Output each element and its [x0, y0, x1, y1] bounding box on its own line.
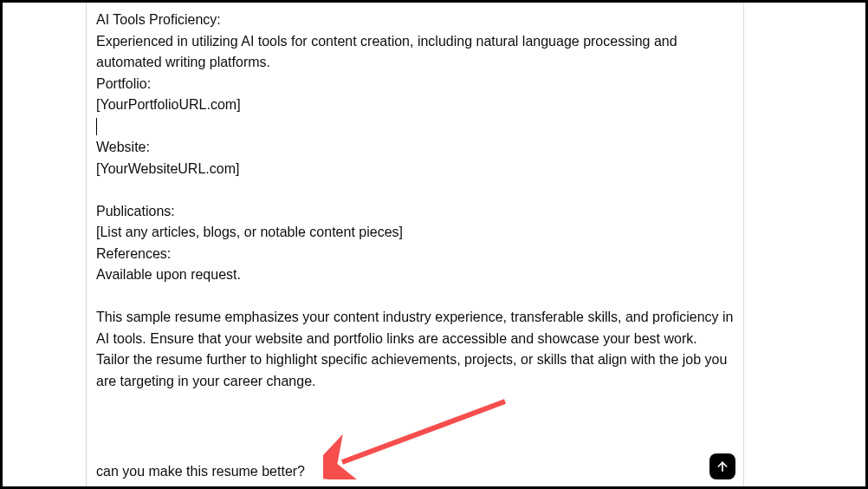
resume-content: AI Tools Proficiency: Experienced in uti…	[96, 10, 734, 392]
portfolio-heading: Portfolio:	[96, 74, 734, 95]
closing-paragraph: This sample resume emphasizes your conte…	[96, 307, 734, 392]
column-border-left	[86, 3, 87, 486]
references-heading: References:	[96, 244, 734, 265]
arrow-up-icon	[716, 460, 729, 473]
publications-heading: Publications:	[96, 201, 734, 223]
portfolio-value: [YourPortfolioURL.com]	[96, 95, 734, 116]
ai-tools-body: Experienced in utilizing AI tools for co…	[96, 31, 734, 74]
text-cursor-line	[96, 116, 734, 138]
publications-value: [List any articles, blogs, or notable co…	[96, 222, 734, 244]
website-value: [YourWebsiteURL.com]	[96, 159, 734, 180]
followup-input-text[interactable]: can you make this resume better?	[96, 461, 305, 482]
text-cursor	[96, 118, 97, 135]
content-columns: AI Tools Proficiency: Experienced in uti…	[3, 3, 865, 486]
svg-line-1	[342, 401, 505, 462]
page-frame: AI Tools Proficiency: Experienced in uti…	[0, 0, 868, 489]
send-button[interactable]	[709, 453, 735, 479]
ai-tools-heading: AI Tools Proficiency:	[96, 10, 734, 31]
blank-line	[96, 179, 734, 201]
blank-line	[96, 286, 734, 308]
column-border-right	[743, 3, 744, 486]
annotation-arrow-icon	[323, 393, 522, 479]
references-value: Available upon request.	[96, 264, 734, 286]
website-heading: Website:	[96, 137, 734, 159]
